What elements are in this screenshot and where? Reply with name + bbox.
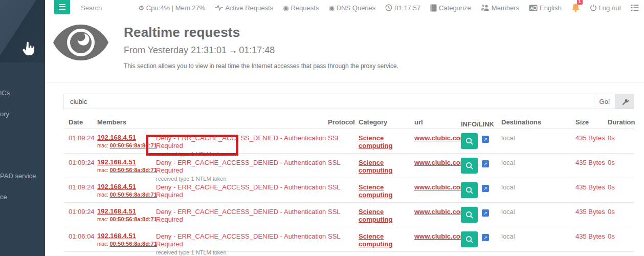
request-info-link: ↗ [461, 154, 501, 178]
nav-members[interactable]: Members [481, 4, 519, 12]
category-link[interactable]: Science computing [359, 134, 392, 150]
member-ip-link[interactable]: 192.168.4.51 [97, 208, 156, 215]
category-link[interactable]: Science computing [359, 208, 392, 223]
request-details-button[interactable] [461, 182, 478, 198]
subtitle-from: From Yesterday 21:31:01 [124, 45, 227, 55]
request-url: www.clubic.com [414, 178, 461, 202]
gear-icon: ⚙ [138, 5, 144, 11]
nav-active-requests[interactable]: Active Requests [215, 4, 273, 12]
col-destinations: Destinations [501, 118, 575, 126]
category-link[interactable]: Science computing [359, 159, 392, 174]
external-link-icon[interactable]: ↗ [482, 209, 489, 217]
external-link-icon[interactable]: ↗ [482, 136, 489, 143]
member-mac-link[interactable]: 00:50:56:8a:8d:71 [109, 216, 157, 222]
nav-search-link[interactable]: Search [81, 4, 102, 12]
member-ip-link[interactable]: 192.168.4.51 [97, 183, 156, 190]
member-ip-link[interactable]: 192.168.4.51 [97, 159, 156, 166]
table-header: Date Members Protocol Category url INFO/… [63, 115, 634, 129]
url-link[interactable]: www.clubic.com [414, 134, 466, 142]
category-link[interactable]: Science computing [359, 183, 392, 199]
nav-dns-queries[interactable]: ◉ DNS Queries [328, 4, 375, 12]
request-message: Deny - ERR_CACHE_ACCESS_DENIED - Authent… [156, 178, 328, 202]
nav-logout[interactable]: Log out [590, 4, 621, 12]
request-duration: 0s [608, 203, 634, 227]
request-info-link: ↗ [461, 227, 501, 251]
page-title: Realtime requests [124, 25, 398, 40]
url-link[interactable]: www.clubic.com [414, 159, 466, 166]
nav-notifications[interactable]: 1 [571, 3, 580, 14]
magnifier-icon [465, 211, 474, 219]
request-size: 435 Bytes [575, 154, 608, 178]
request-destination [501, 252, 575, 256]
col-category: Category [359, 118, 414, 126]
url-link[interactable]: www.clubic.com [414, 183, 466, 191]
deny-message: Deny - ERR_CACHE_ACCESS_DENIED - Authent… [156, 232, 328, 248]
menu-toggle-button[interactable] [54, 0, 70, 14]
url-link[interactable]: www.clubic.com [414, 208, 466, 216]
request-member: 192.168.4.51mac: 00:50:56:8a:8d:71 [97, 154, 156, 178]
request-category: Science computing [359, 154, 414, 178]
list-icon [631, 4, 639, 11]
request-category: Science computing [359, 227, 414, 251]
main-area: Search ⚙ Cpu:4% | Mem:27% Active Request… [45, 0, 644, 256]
request-duration: 0s [608, 178, 634, 202]
go-button[interactable]: Go! [594, 94, 615, 109]
magnifier-icon [465, 186, 474, 195]
request-destination: local [501, 227, 575, 251]
request-protocol: SSL [328, 154, 359, 178]
arrow-icon: → [228, 45, 237, 55]
deny-message: Deny - ERR_CACHE_ACCESS_DENIED - Authent… [156, 183, 328, 199]
request-details-button[interactable] [461, 133, 478, 149]
sidebar-item[interactable]: PAD service [0, 172, 36, 180]
request-details-button[interactable] [461, 231, 478, 247]
table-row: 01:06:04192.168.4.51mac: 00:50:56:8a:8d:… [63, 227, 634, 252]
search-input[interactable] [63, 94, 594, 109]
nav-language[interactable]: A English [529, 4, 562, 12]
annotation-rectangle [146, 135, 238, 156]
request-message: Deny - ERR_CACHE_ACCESS_DENIED - Authent… [156, 203, 328, 227]
request-details-button[interactable] [461, 158, 478, 174]
sidebar-item[interactable]: ce [0, 193, 7, 201]
request-message: Deny - ERR_CACHE_ACCESS_DENIED - Authent… [156, 154, 328, 178]
nav-system-stats[interactable]: ⚙ Cpu:4% | Mem:27% [138, 4, 205, 12]
sidebar: ICsoryPAD servicece [0, 0, 45, 256]
request-message: Deny - ERR_CACHE_ACCESS_DENIED - Authent… [156, 227, 328, 251]
settings-button[interactable] [615, 94, 634, 109]
url-link[interactable]: www.clubic.com [414, 232, 466, 240]
request-info-link: ↗ [461, 252, 501, 256]
col-url: url [414, 118, 461, 126]
member-mac-link[interactable]: 00:50:56:8a:8d:71 [109, 241, 157, 247]
request-url: www.clubic.com [414, 129, 461, 153]
subtitle-to: 01:17:48 [239, 45, 275, 55]
request-duration: 0s [608, 227, 634, 251]
request-category: Science computing [359, 129, 414, 153]
sidebar-item[interactable]: ory [0, 110, 9, 118]
request-destination: local [501, 203, 575, 227]
request-url [414, 252, 461, 256]
external-link-icon[interactable]: ↗ [482, 160, 489, 167]
request-size: 435 Bytes [575, 129, 608, 153]
request-category: Science computing [359, 178, 414, 202]
request-time [63, 252, 97, 256]
magnifier-icon [465, 236, 474, 244]
member-mac-link[interactable]: 00:50:56:8a:8d:71 [109, 167, 157, 173]
request-details-button[interactable] [461, 207, 478, 223]
member-mac-link[interactable]: 00:50:56:8a:8d:71 [109, 191, 157, 198]
nav-task-list[interactable] [631, 4, 639, 11]
external-link-icon[interactable]: ↗ [482, 234, 489, 241]
users-icon [481, 4, 490, 11]
category-link[interactable]: Science computing [359, 232, 392, 248]
sidebar-item[interactable]: ICs [0, 89, 10, 97]
nav-categorize[interactable]: Categorize [430, 4, 471, 12]
member-ip-link[interactable]: 192.168.4.51 [97, 232, 156, 240]
request-time: 01:06:04 [63, 227, 97, 251]
external-link-icon[interactable]: ↗ [482, 185, 489, 192]
request-destination: local [501, 129, 575, 153]
request-protocol: SSL [328, 203, 359, 227]
top-navbar: Search ⚙ Cpu:4% | Mem:27% Active Request… [45, 0, 644, 15]
power-icon [590, 4, 597, 11]
realtime-eye-logo [51, 23, 110, 62]
eye-icon: ◉ [328, 5, 334, 11]
nav-requests[interactable]: ◉ Requests [283, 4, 319, 12]
page-subtitle: From Yesterday 21:31:01→01:17:48 [124, 45, 398, 56]
